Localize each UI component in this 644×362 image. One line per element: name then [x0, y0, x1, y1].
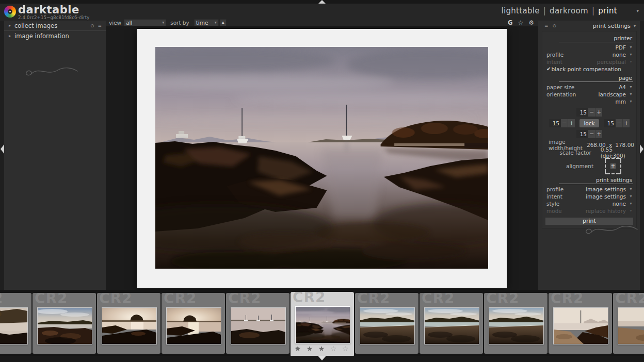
- mode-label: mode: [546, 208, 586, 214]
- presets-icon[interactable]: ≡: [544, 23, 549, 28]
- printer-target-row[interactable]: PDF ▾: [544, 44, 634, 51]
- star-icon[interactable]: ★: [295, 344, 303, 353]
- view-filter-dropdown[interactable]: all ▾: [124, 19, 166, 26]
- black-point-compensation-checkbox[interactable]: ✔ black point compensation: [544, 65, 634, 72]
- collapse-left-panel-button[interactable]: [1, 144, 4, 154]
- units-row[interactable]: mm ▾: [544, 98, 634, 105]
- align-top-right-button[interactable]: [616, 158, 621, 163]
- paper-size-row[interactable]: paper size A4 ▾: [544, 84, 634, 90]
- filmstrip-thumbnail-selected[interactable]: CR2 ✕ ★ ★ ★ ☆ ☆: [291, 292, 354, 356]
- star-icon[interactable]: ★: [307, 344, 315, 353]
- thumbnail-image: [295, 306, 350, 343]
- section-page: page: [559, 75, 633, 82]
- margins-controls: 15 − + 15 − + lock 15 − +: [544, 108, 634, 138]
- filmstrip-thumbnail[interactable]: CR2: [613, 293, 644, 354]
- filmstrip-thumbnail[interactable]: CR2: [33, 293, 96, 354]
- collapse-top-panel-button[interactable]: [318, 0, 326, 4]
- sort-direction-button[interactable]: ▲: [220, 19, 227, 26]
- filmstrip-thumbnail[interactable]: CR2: [0, 293, 31, 354]
- alignment-grid: +: [605, 158, 621, 174]
- app-logo: darktable 2.4.0rc2+15~g8c81fd8c6-dirty: [4, 5, 90, 20]
- star-overlay-icon[interactable]: ☆: [518, 19, 523, 26]
- file-extension-badge: CR2: [551, 293, 584, 307]
- settings-intent-row[interactable]: intent image settings ▾: [544, 193, 634, 200]
- gear-icon[interactable]: ⚙: [528, 19, 534, 26]
- presets-icon[interactable]: ≡: [98, 23, 102, 28]
- align-bottom-button[interactable]: [611, 169, 615, 174]
- minus-icon[interactable]: −: [561, 119, 568, 127]
- printer-target-value: PDF: [616, 44, 626, 51]
- settings-style-row[interactable]: style none ▾: [544, 200, 634, 207]
- plus-icon[interactable]: +: [568, 119, 575, 127]
- module-label: image information: [14, 32, 102, 40]
- plus-icon[interactable]: +: [595, 108, 602, 117]
- profile-label: profile: [546, 186, 586, 192]
- view-switcher: lighttable|darkroom|print: [502, 6, 618, 15]
- file-extension-badge: CR2: [422, 293, 455, 307]
- units-value: mm: [616, 98, 626, 105]
- settings-profile-row[interactable]: profile image settings ▾: [544, 186, 634, 192]
- margin-bottom-spinner[interactable]: 15 − +: [576, 130, 602, 138]
- module-collect-images[interactable]: ▸ collect images ⊙ ≡: [4, 21, 106, 31]
- printer-profile-row[interactable]: profile none ▾: [544, 51, 634, 58]
- view-link-darkroom[interactable]: darkroom: [550, 6, 588, 15]
- views-menu-chevron-icon[interactable]: ▾: [636, 8, 639, 13]
- module-image-information[interactable]: ▸ image information: [4, 31, 106, 41]
- bpc-label: black point compensation: [551, 66, 633, 72]
- align-bottom-left-button[interactable]: [605, 169, 610, 174]
- minus-icon[interactable]: −: [588, 108, 595, 117]
- reset-icon[interactable]: ⊙: [553, 23, 557, 28]
- file-extension-badge: CR2: [35, 293, 68, 307]
- module-title[interactable]: print settings: [593, 23, 631, 29]
- minus-icon[interactable]: −: [616, 119, 622, 127]
- thumbnail-image: [37, 307, 92, 344]
- top-panel-strip: [0, 0, 644, 4]
- view-link-lighttable[interactable]: lighttable: [502, 6, 540, 15]
- filmstrip-thumbnail[interactable]: CR2: [420, 293, 483, 354]
- align-bottom-right-button[interactable]: [616, 169, 621, 174]
- thumbnail-image: [0, 307, 28, 344]
- filmstrip-thumbnail[interactable]: CR2: [355, 293, 418, 354]
- filmstrip-thumbnail[interactable]: CR2: [162, 293, 225, 354]
- plus-icon[interactable]: +: [622, 119, 630, 127]
- intent-label: intent: [546, 59, 597, 65]
- margin-right-spinner[interactable]: 15 − +: [604, 119, 630, 127]
- align-right-button[interactable]: [616, 164, 621, 168]
- chevron-down-icon: ▾: [634, 24, 636, 28]
- lock-margins-button[interactable]: lock: [579, 119, 599, 127]
- filmstrip-thumbnail[interactable]: CR2: [549, 293, 612, 354]
- filmstrip-thumbnail[interactable]: CR2: [226, 293, 289, 354]
- align-center-button[interactable]: +: [610, 163, 616, 169]
- align-top-button[interactable]: [611, 158, 615, 163]
- thumbnail-image: [231, 307, 286, 344]
- expander-right-icon: ▸: [9, 23, 14, 28]
- margin-left-spinner[interactable]: 15 − +: [549, 119, 575, 127]
- filmstrip-thumbnail[interactable]: CR2: [484, 293, 548, 354]
- collapse-right-panel-button[interactable]: [640, 144, 643, 154]
- decorative-flourish: [584, 219, 644, 240]
- align-top-left-button[interactable]: [605, 158, 610, 163]
- grouping-icon[interactable]: G: [508, 19, 512, 26]
- margin-bottom-value: 15: [576, 130, 588, 138]
- orientation-row[interactable]: orientation landscape ▾: [544, 91, 634, 97]
- intent-value: image settings: [586, 193, 626, 200]
- nav-separator: |: [540, 6, 550, 15]
- file-extension-badge: CR2: [164, 293, 197, 307]
- darktable-window: darktable 2.4.0rc2+15~g8c81fd8c6-dirty l…: [0, 0, 644, 362]
- section-printer: printer: [559, 35, 633, 42]
- star-rating[interactable]: ★ ★ ★ ☆ ☆: [291, 344, 354, 353]
- sort-dropdown[interactable]: time ▾: [194, 19, 219, 26]
- scale-factor-label: scale factor: [544, 150, 591, 156]
- margin-top-spinner[interactable]: 15 − +: [576, 108, 602, 117]
- star-icon[interactable]: ★: [318, 344, 327, 353]
- minus-icon[interactable]: −: [588, 130, 595, 138]
- plus-icon[interactable]: +: [595, 130, 602, 138]
- right-panel-edge: [640, 21, 644, 290]
- star-icon[interactable]: ☆: [330, 344, 339, 353]
- filmstrip-thumbnail[interactable]: CR2: [97, 293, 160, 354]
- star-icon[interactable]: ☆: [342, 344, 350, 353]
- view-link-print[interactable]: print: [598, 6, 617, 15]
- collapse-filmstrip-button[interactable]: [318, 356, 326, 360]
- reset-icon[interactable]: ⊙: [90, 23, 94, 28]
- align-left-button[interactable]: [605, 164, 610, 168]
